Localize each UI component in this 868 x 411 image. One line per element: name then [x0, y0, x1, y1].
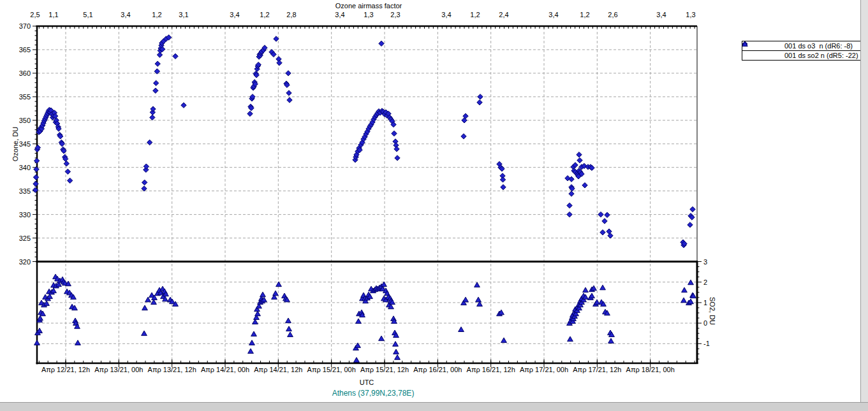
so2-data-point [568, 336, 573, 342]
o3-data-point [501, 185, 506, 190]
top-axis-title: Ozone airmass factor [292, 2, 445, 10]
so2-data-point [608, 338, 614, 343]
o3-data-point [477, 100, 482, 105]
o3-data-point [605, 212, 610, 217]
time-tick-label: Απρ 13/21, 00h [94, 366, 143, 373]
so2-data-point [476, 297, 482, 302]
airmass-tick-label: 1,2 [260, 11, 269, 18]
o3-data-point [247, 111, 253, 116]
o3-data-point [150, 115, 155, 120]
o3-data-point [147, 140, 152, 145]
time-tick-label: Απρ 15/21, 00h [307, 366, 356, 373]
o3-data-point [155, 61, 160, 66]
airmass-tick-label: 1,2 [470, 11, 480, 18]
so2-data-point [253, 319, 258, 324]
o3-data-point [67, 178, 72, 183]
so2-tick-label: 2 [703, 278, 707, 286]
airmass-tick-label: 2,5 [30, 11, 40, 18]
o3-data-point [567, 212, 572, 217]
o3-data-point [286, 90, 291, 96]
time-tick-label: Απρ 18/21, 00h [626, 366, 675, 373]
legend: 001 ds o3 n (dR6: -8) 001 ds so2 n (dR5:… [742, 41, 862, 61]
station-title: Athens (37,99N,23,78E) [277, 389, 469, 398]
airmass-tick-label: 3,4 [656, 11, 666, 18]
o3-data-point [602, 219, 607, 224]
airmass-tick-label: 3,1 [179, 11, 188, 18]
o3-data-point [142, 186, 147, 191]
so2-data-point [583, 287, 589, 292]
so2-data-point [260, 292, 266, 297]
legend-item-so2[interactable]: 001 ds so2 n (dR5: -22) [742, 50, 862, 61]
so2-data-point [151, 299, 157, 305]
o3-data-point [569, 191, 574, 196]
time-tick-label: Απρ 16/21, 12h [467, 366, 515, 373]
so2-data-point [463, 297, 469, 302]
time-tick-label: Απρ 17/21, 00h [520, 366, 568, 373]
time-tick-label: Απρ 17/21, 12h [573, 366, 621, 373]
so2-tick-label: 1 [703, 299, 707, 306]
airmass-tick-label: 2,6 [608, 11, 617, 18]
airmass-tick-label: 5,1 [83, 11, 92, 18]
time-tick-label: Απρ 14/21, 12h [254, 366, 302, 373]
so2-data-point [251, 331, 257, 336]
ozone-tick-label: 320 [19, 258, 31, 266]
left-axis-title: Ozone, DU [11, 127, 19, 161]
so2-data-point [255, 311, 261, 316]
ozone-tick-label: 325 [19, 234, 31, 242]
so2-data-point [394, 349, 399, 354]
so2-data-point [459, 327, 464, 332]
o3-data-point [690, 206, 695, 212]
airmass-tick-label: 3,4 [230, 11, 239, 18]
o3-data-point [582, 183, 587, 188]
so2-data-point [681, 298, 687, 303]
o3-data-point [478, 94, 483, 99]
airmass-tick-label: 1,2 [152, 11, 161, 18]
ozone-tick-label: 335 [19, 187, 31, 195]
o3-data-point [33, 175, 38, 180]
o3-data-point [153, 80, 158, 85]
time-tick-label: Απρ 13/21, 12h [148, 366, 196, 373]
window-right-edge [860, 0, 868, 403]
so2-data-point [286, 326, 292, 331]
ozone-tick-label: 330 [19, 211, 31, 219]
legend-item-label: 001 ds o3 n (dR6: -8) [784, 41, 861, 50]
o3-data-point [395, 155, 400, 161]
legend-item-label: 001 ds so2 n (dR5: -22) [784, 51, 861, 60]
x-axis-title: UTC [335, 379, 399, 386]
so2-data-point [600, 285, 606, 290]
o3-data-point [598, 212, 603, 217]
o3-data-point [394, 147, 399, 152]
ozone-tick-label: 350 [19, 117, 31, 124]
o3-data-point [142, 180, 147, 185]
o3-data-point [600, 229, 605, 234]
o3-data-point [277, 60, 282, 65]
airmass-tick-label: 3,4 [121, 11, 130, 18]
o3-data-point [65, 169, 70, 174]
so2-data-point [395, 355, 401, 360]
airmass-tick-label: 3,4 [335, 11, 344, 18]
o3-data-point [153, 88, 158, 93]
so2-data-point [249, 340, 255, 345]
so2-data-point [145, 297, 151, 302]
o3-data-point [500, 177, 505, 182]
airmass-tick-label: 1,2 [580, 11, 589, 18]
so2-data-point [379, 336, 385, 341]
so2-data-point [34, 340, 40, 345]
o3-data-point [287, 97, 292, 103]
o3-data-point [461, 134, 466, 139]
o3-data-point [567, 203, 572, 208]
so2-data-point [393, 342, 399, 347]
airmass-tick-label: 1,3 [364, 11, 373, 18]
so2-data-point [248, 349, 254, 354]
ozone-tick-label: 365 [19, 46, 31, 54]
ozone-tick-label: 370 [19, 22, 31, 30]
so2-data-point [75, 340, 81, 345]
o3-data-point [688, 222, 693, 227]
so2-tick-label: -1 [703, 340, 710, 347]
right-axis-title: SO2, DU [709, 297, 716, 325]
so2-data-point [474, 282, 480, 287]
o3-data-point [64, 161, 69, 166]
legend-item-o3[interactable]: 001 ds o3 n (dR6: -8) [742, 41, 862, 51]
time-tick-label: Απρ 12/21, 12h [41, 366, 90, 373]
o3-data-point [379, 41, 384, 46]
